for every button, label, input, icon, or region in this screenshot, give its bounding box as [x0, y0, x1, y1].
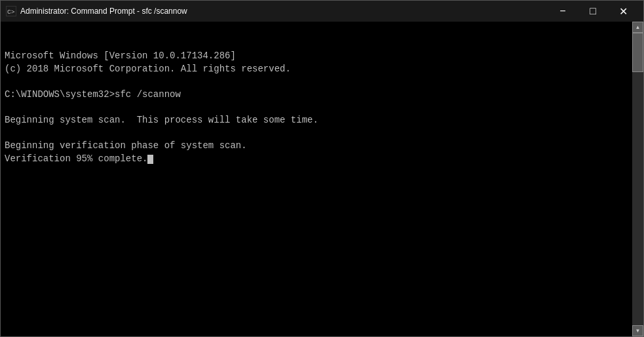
terminal-line [5, 102, 628, 115]
scroll-up-button[interactable]: ▲ [632, 22, 643, 33]
terminal-line [5, 127, 628, 140]
window-controls: − □ ✕ [548, 1, 638, 22]
terminal-area: Microsoft Windows [Version 10.0.17134.28… [1, 22, 643, 336]
terminal-line [5, 75, 628, 89]
minimize-button[interactable]: − [548, 1, 578, 22]
maximize-button[interactable]: □ [578, 1, 608, 22]
cmd-icon: C> [6, 6, 16, 16]
terminal-line: Microsoft Windows [Version 10.0.17134.28… [5, 50, 628, 63]
scroll-down-button[interactable]: ▼ [632, 325, 643, 336]
close-button[interactable]: ✕ [608, 1, 638, 22]
terminal-output[interactable]: Microsoft Windows [Version 10.0.17134.28… [1, 22, 632, 336]
svg-text:C>: C> [7, 9, 15, 16]
title-bar: C> Administrator: Command Prompt - sfc /… [1, 1, 643, 22]
terminal-line: Beginning system scan. This process will… [5, 114, 628, 127]
scroll-thumb[interactable] [632, 33, 643, 72]
window-title: Administrator: Command Prompt - sfc /sca… [20, 7, 544, 16]
scrollbar[interactable]: ▲ ▼ [632, 22, 643, 336]
scroll-track[interactable] [632, 33, 643, 325]
terminal-line: Verification 95% complete. [5, 153, 628, 166]
cmd-window: C> Administrator: Command Prompt - sfc /… [0, 0, 644, 337]
terminal-line: C:\WINDOWS\system32>sfc /scannow [5, 89, 628, 102]
terminal-cursor [147, 155, 153, 164]
terminal-line: (c) 2018 Microsoft Corporation. All righ… [5, 63, 628, 76]
terminal-line: Beginning verification phase of system s… [5, 140, 628, 153]
